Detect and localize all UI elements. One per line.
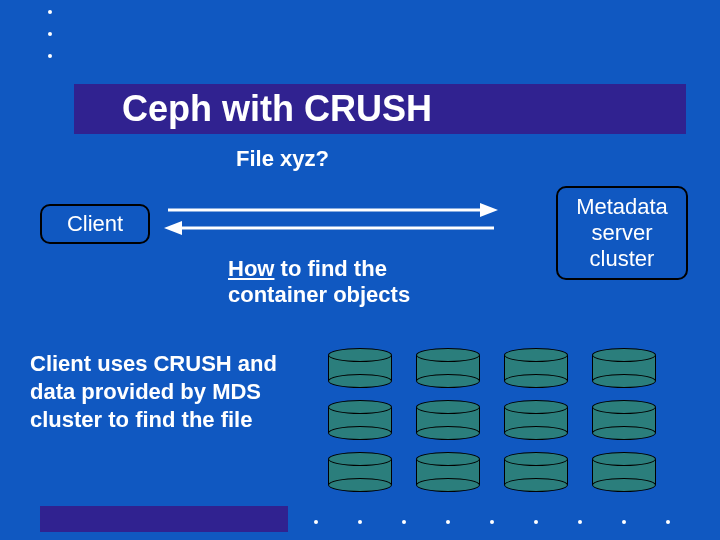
svg-marker-3 — [164, 221, 182, 235]
request-response-arrows — [164, 198, 498, 242]
slide: Ceph with CRUSH File xyz? Client Metadat… — [0, 0, 720, 540]
mds-label-line2: server — [591, 220, 652, 245]
storage-cylinder-icon — [504, 400, 568, 440]
storage-cylinder-icon — [416, 348, 480, 388]
crush-line3: cluster to find the file — [30, 407, 252, 432]
storage-cylinder-icon — [592, 400, 656, 440]
crush-line1: Client uses CRUSH and — [30, 351, 277, 376]
decor-dot — [446, 520, 450, 524]
decor-dot — [48, 32, 52, 36]
storage-cylinder-icon — [504, 348, 568, 388]
decor-dot — [314, 520, 318, 524]
storage-cylinder-icon — [592, 452, 656, 492]
how-rest-line1: to find the — [274, 256, 386, 281]
storage-cylinder-icon — [416, 452, 480, 492]
storage-cylinder-icon — [328, 348, 392, 388]
decor-dot — [534, 520, 538, 524]
mds-label-line3: cluster — [590, 246, 655, 271]
svg-marker-1 — [480, 203, 498, 217]
file-question-label: File xyz? — [236, 146, 329, 172]
decor-dot — [48, 10, 52, 14]
storage-cylinder-icon — [592, 348, 656, 388]
footer-bar — [40, 506, 288, 532]
decor-dot — [402, 520, 406, 524]
crush-explanation-text: Client uses CRUSH and data provided by M… — [30, 350, 277, 434]
storage-cylinder-icon — [416, 400, 480, 440]
decor-dot — [622, 520, 626, 524]
decor-dot — [358, 520, 362, 524]
storage-cylinder-icon — [504, 452, 568, 492]
decor-dot — [48, 54, 52, 58]
client-node-box: Client — [40, 204, 150, 244]
decor-dot — [578, 520, 582, 524]
slide-title: Ceph with CRUSH — [74, 84, 686, 134]
decor-dot — [666, 520, 670, 524]
mds-cluster-box: Metadata server cluster — [556, 186, 688, 280]
decor-dot — [490, 520, 494, 524]
how-to-find-label: How to find the container objects — [228, 256, 410, 308]
how-line2: container objects — [228, 282, 410, 307]
storage-cylinder-icon — [328, 400, 392, 440]
how-underlined-word: How — [228, 256, 274, 281]
storage-cylinder-icon — [328, 452, 392, 492]
mds-label-line1: Metadata — [576, 194, 668, 219]
crush-line2: data provided by MDS — [30, 379, 261, 404]
